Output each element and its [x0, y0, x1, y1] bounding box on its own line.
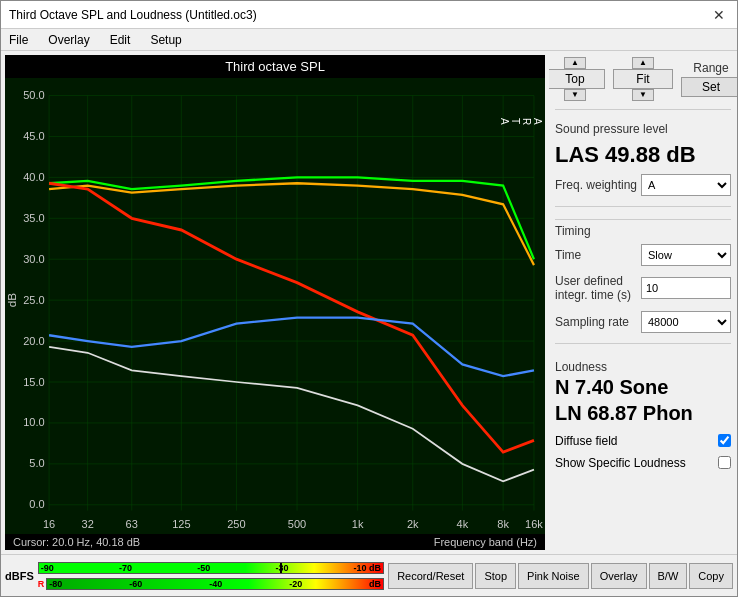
svg-text:16k: 16k: [525, 518, 543, 530]
tick-db: dB: [369, 579, 381, 589]
action-buttons: Record/Reset Stop Pink Noise Overlay B/W…: [388, 563, 733, 589]
right-panel: ▲ Top ▼ ▲ Fit ▼ Range Set Sound pressure…: [549, 51, 737, 554]
menu-bar: File Overlay Edit Setup: [1, 29, 737, 51]
loudness-ln-value: LN 68.87 Phon: [555, 400, 731, 426]
r-letter: R: [38, 579, 45, 589]
sampling-rate-label: Sampling rate: [555, 315, 629, 329]
svg-text:20.0: 20.0: [23, 334, 44, 346]
bw-button[interactable]: B/W: [649, 563, 688, 589]
meter-area: -90 -70 -50 -30 -10 dB R -80 -60 -40: [38, 560, 384, 592]
fit-up-btn[interactable]: ▲: [632, 57, 654, 69]
main-window: Third Octave SPL and Loudness (Untitled.…: [0, 0, 738, 597]
overlay-button[interactable]: Overlay: [591, 563, 647, 589]
spl-value: LAS 49.88 dB: [555, 142, 731, 168]
tick-neg90: -90: [41, 563, 54, 573]
loudness-section-label: Loudness: [555, 360, 731, 374]
svg-text:2k: 2k: [407, 518, 419, 530]
svg-text:35.0: 35.0: [23, 212, 44, 224]
diffuse-field-row: Diffuse field: [555, 434, 731, 448]
range-group: Range Set: [681, 61, 737, 97]
svg-text:0.0: 0.0: [29, 498, 44, 510]
svg-text:16: 16: [43, 518, 55, 530]
top-up-btn[interactable]: ▲: [564, 57, 586, 69]
time-select[interactable]: Fast Slow Impulse Equiv.: [641, 244, 731, 266]
menu-setup[interactable]: Setup: [146, 31, 185, 49]
title-bar: Third Octave SPL and Loudness (Untitled.…: [1, 1, 737, 29]
show-specific-label: Show Specific Loudness: [555, 456, 686, 470]
meter-row-top: -90 -70 -50 -30 -10 dB: [38, 560, 384, 576]
svg-text:dB: dB: [6, 293, 18, 307]
set-button[interactable]: Set: [681, 77, 737, 97]
chart-canvas: 50.0 45.0 40.0 35.0 30.0 25.0 20.0 15.0 …: [5, 78, 545, 534]
record-reset-button[interactable]: Record/Reset: [388, 563, 473, 589]
svg-text:125: 125: [172, 518, 190, 530]
svg-text:63: 63: [126, 518, 138, 530]
close-button[interactable]: ✕: [709, 7, 729, 23]
svg-text:4k: 4k: [457, 518, 469, 530]
tick-neg10db: -10 dB: [354, 563, 382, 573]
svg-text:5.0: 5.0: [29, 457, 44, 469]
show-specific-checkbox[interactable]: [718, 456, 731, 469]
sampling-rate-select[interactable]: 44100 48000 96000: [641, 311, 731, 333]
chart-title: Third octave SPL: [5, 55, 545, 78]
copy-button[interactable]: Copy: [689, 563, 733, 589]
meter-bar-top: -90 -70 -50 -30 -10 dB: [38, 562, 384, 574]
diffuse-field-label: Diffuse field: [555, 434, 617, 448]
top-spin-group: ▲ Top ▼: [549, 57, 605, 101]
window-title: Third Octave SPL and Loudness (Untitled.…: [9, 8, 257, 22]
svg-text:500: 500: [288, 518, 306, 530]
fit-label: Fit: [613, 69, 673, 89]
tick-neg80: -80: [49, 579, 62, 589]
pink-noise-button[interactable]: Pink Noise: [518, 563, 589, 589]
svg-rect-0: [5, 78, 545, 534]
svg-text:10.0: 10.0: [23, 416, 44, 428]
time-label: Time: [555, 248, 581, 262]
menu-overlay[interactable]: Overlay: [44, 31, 93, 49]
top-label: Top: [549, 69, 605, 89]
timing-section-label: Timing: [555, 219, 731, 238]
svg-text:250: 250: [227, 518, 245, 530]
sampling-rate-row: Sampling rate 44100 48000 96000: [555, 311, 731, 333]
dbfs-label: dBFS: [5, 570, 34, 582]
top-down-btn[interactable]: ▼: [564, 89, 586, 101]
svg-text:30.0: 30.0: [23, 252, 44, 264]
arta-label: ARTA: [499, 118, 543, 125]
chart-area: Third octave SPL: [5, 55, 545, 550]
meter-ticks-bot: -80 -60 -40 -20 dB: [47, 579, 383, 589]
spl-section-label: Sound pressure level: [555, 122, 731, 136]
diffuse-field-checkbox[interactable]: [718, 434, 731, 447]
meter-ticks-top: -90 -70 -50 -30 -10 dB: [39, 563, 383, 573]
svg-text:25.0: 25.0: [23, 293, 44, 305]
range-label: Range: [693, 61, 728, 75]
svg-text:1k: 1k: [352, 518, 364, 530]
tick-neg50: -50: [197, 563, 210, 573]
chart-footer: Cursor: 20.0 Hz, 40.18 dB Frequency band…: [5, 534, 545, 550]
fit-down-btn[interactable]: ▼: [632, 89, 654, 101]
svg-text:40.0: 40.0: [23, 171, 44, 183]
cursor-info: Cursor: 20.0 Hz, 40.18 dB: [13, 536, 140, 548]
freq-weighting-row: Freq. weighting A B C Z: [555, 174, 731, 196]
chart-svg: 50.0 45.0 40.0 35.0 30.0 25.0 20.0 15.0 …: [5, 78, 545, 534]
loudness-n-value: N 7.40 Sone: [555, 374, 731, 400]
tick-neg40: -40: [209, 579, 222, 589]
loudness-section: Loudness N 7.40 Sone LN 68.87 Phon: [555, 356, 731, 426]
svg-text:45.0: 45.0: [23, 130, 44, 142]
fit-spin-group: ▲ Fit ▼: [613, 57, 673, 101]
svg-text:15.0: 15.0: [23, 375, 44, 387]
bottom-bar: dBFS -90 -70 -50 -30 -10 dB R: [1, 554, 737, 596]
stop-button[interactable]: Stop: [475, 563, 516, 589]
meter-row-bot: R -80 -60 -40 -20 dB: [38, 576, 384, 592]
freq-weighting-select[interactable]: A B C Z: [641, 174, 731, 196]
user-integr-input[interactable]: [641, 277, 731, 299]
menu-edit[interactable]: Edit: [106, 31, 135, 49]
svg-text:50.0: 50.0: [23, 89, 44, 101]
svg-text:8k: 8k: [497, 518, 509, 530]
time-row: Time Fast Slow Impulse Equiv.: [555, 244, 731, 266]
tick-neg30: -30: [275, 563, 288, 573]
freq-weighting-label: Freq. weighting: [555, 178, 637, 192]
x-unit-label: Frequency band (Hz): [434, 536, 537, 548]
menu-file[interactable]: File: [5, 31, 32, 49]
show-specific-row: Show Specific Loudness: [555, 456, 731, 470]
meter-bar-bot: -80 -60 -40 -20 dB: [46, 578, 384, 590]
tick-neg70: -70: [119, 563, 132, 573]
